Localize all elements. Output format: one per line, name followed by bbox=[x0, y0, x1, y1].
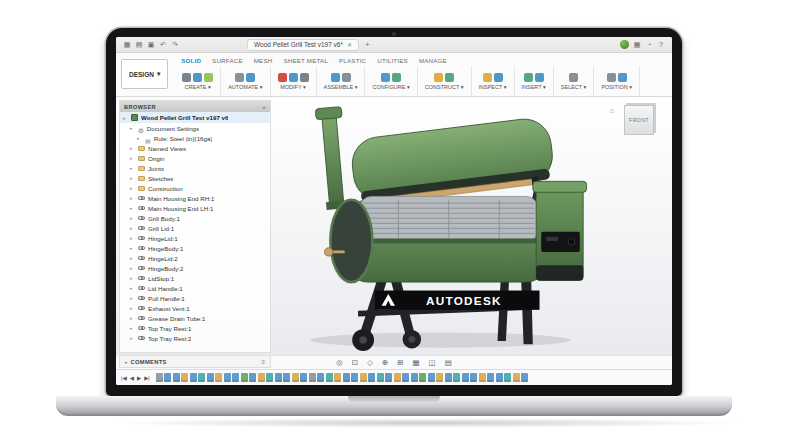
timeline-feature-marker[interactable] bbox=[283, 373, 290, 382]
expand-caret-icon[interactable]: ▸ bbox=[130, 295, 135, 301]
timeline-feature-marker[interactable] bbox=[504, 373, 511, 382]
comments-bar[interactable]: ▸ COMMENTS ≡ bbox=[119, 355, 271, 368]
ribbon-group[interactable]: CONFIGURE ▾ bbox=[365, 66, 417, 96]
automate-tool-icon[interactable] bbox=[235, 73, 244, 82]
expand-caret-icon[interactable]: ▸ bbox=[137, 135, 142, 141]
timeline-feature-marker[interactable] bbox=[496, 373, 503, 382]
expand-caret-icon[interactable]: ▸ bbox=[130, 155, 135, 161]
app-grid-icon[interactable]: ▦ bbox=[122, 40, 132, 50]
timeline-feature-marker[interactable] bbox=[258, 373, 265, 382]
timeline-feature-marker[interactable] bbox=[232, 373, 239, 382]
timeline-feature-marker[interactable] bbox=[377, 373, 384, 382]
browser-tree-item[interactable]: ▸ Pull Handle:1 bbox=[120, 293, 270, 303]
expand-caret-icon[interactable]: ▸ bbox=[130, 335, 135, 341]
orbit-icon[interactable]: ◎ bbox=[336, 356, 343, 370]
timeline-feature-marker[interactable] bbox=[224, 373, 231, 382]
viewport[interactable]: AUTODESK ⌂ FRONT BROWSER « bbox=[116, 97, 672, 369]
browser-tree-item[interactable]: ▸ Grill Body:1 bbox=[120, 213, 270, 223]
redo-icon[interactable]: ↷ bbox=[170, 40, 180, 50]
ribbon-group[interactable]: AUTOMATE ▾ bbox=[221, 66, 270, 96]
expand-caret-icon[interactable]: ▸ bbox=[130, 125, 135, 131]
timeline-feature-marker[interactable] bbox=[309, 373, 316, 382]
browser-tree-item[interactable]: ▸ Construction bbox=[120, 183, 270, 193]
ribbon-tab[interactable]: UTILITIES bbox=[377, 57, 408, 64]
expand-caret-icon[interactable]: ▸ bbox=[130, 275, 135, 281]
help-icon[interactable]: ? bbox=[656, 40, 666, 50]
timeline-feature-marker[interactable] bbox=[215, 373, 222, 382]
grill-lid[interactable] bbox=[349, 116, 556, 207]
create-tool-icon[interactable] bbox=[193, 73, 202, 82]
timeline-feature-marker[interactable] bbox=[249, 373, 256, 382]
step-back-button[interactable]: ◀ bbox=[130, 375, 134, 381]
assemble-tool-icon[interactable] bbox=[342, 73, 351, 82]
viewcube-face-label[interactable]: FRONT bbox=[629, 117, 649, 123]
configure-tool-icon[interactable] bbox=[381, 73, 390, 82]
pull-handle[interactable] bbox=[324, 248, 332, 256]
timeline-feature-marker[interactable] bbox=[326, 373, 333, 382]
expand-caret-icon[interactable]: ▸ bbox=[130, 265, 135, 271]
browser-tree-item[interactable]: ▸ HingeLid:1 bbox=[120, 233, 270, 243]
expand-caret-icon[interactable]: ▸ bbox=[130, 175, 135, 181]
expand-caret-icon[interactable]: ▸ bbox=[130, 285, 135, 291]
timeline-feature-marker[interactable] bbox=[402, 373, 409, 382]
timeline-feature-marker[interactable] bbox=[351, 373, 358, 382]
construct-tool-icon[interactable] bbox=[434, 73, 443, 82]
create-tool-icon[interactable] bbox=[182, 73, 191, 82]
timeline-feature-marker[interactable] bbox=[241, 373, 248, 382]
insert-tool-icon[interactable] bbox=[524, 73, 533, 82]
position-tool-icon[interactable] bbox=[618, 73, 627, 82]
browser-tree-item[interactable]: ▸ Main Housing End RH:1 bbox=[120, 193, 270, 203]
modify-tool-icon[interactable] bbox=[300, 73, 309, 82]
timeline-feature-marker[interactable] bbox=[190, 373, 197, 382]
timeline-feature-marker[interactable] bbox=[513, 373, 520, 382]
expand-caret-icon[interactable]: ▸ bbox=[130, 145, 135, 151]
timeline-feature-marker[interactable] bbox=[343, 373, 350, 382]
grill-3d-model[interactable]: AUTODESK bbox=[264, 99, 600, 351]
timeline-feature-marker[interactable] bbox=[394, 373, 401, 382]
automate-tool-icon[interactable] bbox=[246, 73, 255, 82]
timeline-feature-marker[interactable] bbox=[479, 373, 486, 382]
timeline-feature-marker[interactable] bbox=[292, 373, 299, 382]
viewports-icon[interactable]: ▤ bbox=[445, 356, 452, 370]
play-button[interactable]: ▶ bbox=[137, 375, 141, 381]
pan-icon[interactable]: ◇ bbox=[367, 356, 373, 370]
timeline-feature-marker[interactable] bbox=[521, 373, 528, 382]
ribbon-tab[interactable]: SOLID bbox=[181, 57, 201, 64]
timeline-feature-marker[interactable] bbox=[198, 373, 205, 382]
timeline-feature-marker[interactable] bbox=[156, 373, 163, 382]
browser-tree-item[interactable]: ▸ Origin bbox=[120, 153, 270, 163]
save-icon[interactable]: ▣ bbox=[146, 40, 156, 50]
zoom-icon[interactable]: ⊕ bbox=[382, 356, 388, 370]
look-at-icon[interactable]: ⊡ bbox=[352, 356, 358, 370]
browser-tree-item[interactable]: ▸ Top Tray Rest:1 bbox=[120, 323, 270, 333]
timeline-feature-marker[interactable] bbox=[368, 373, 375, 382]
browser-tree-item[interactable]: ▸ HingeLid:2 bbox=[120, 253, 270, 263]
inspect-tool-icon[interactable] bbox=[494, 73, 503, 82]
expand-caret-icon[interactable]: ▸ bbox=[130, 325, 135, 331]
construct-tool-icon[interactable] bbox=[445, 73, 454, 82]
position-tool-icon[interactable] bbox=[607, 73, 616, 82]
expand-caret-icon[interactable]: ▸ bbox=[123, 115, 128, 121]
browser-tree-item[interactable]: ▸ Main Housing End LH:1 bbox=[120, 203, 270, 213]
configure-tool-icon[interactable] bbox=[392, 73, 401, 82]
ribbon-group[interactable]: CONSTRUCT ▾ bbox=[418, 66, 472, 96]
timeline-feature-marker[interactable] bbox=[300, 373, 307, 382]
file-icon[interactable]: ▤ bbox=[134, 40, 144, 50]
expand-caret-icon[interactable]: ▸ bbox=[130, 215, 135, 221]
timeline-feature-marker[interactable] bbox=[266, 373, 273, 382]
viewcube[interactable]: ⌂ FRONT bbox=[616, 105, 662, 135]
expand-caret-icon[interactable]: ▸ bbox=[130, 255, 135, 261]
ribbon-tab[interactable]: SHEET METAL bbox=[283, 57, 328, 64]
expand-caret-icon[interactable]: ▸ bbox=[130, 235, 135, 241]
timeline-feature-marker[interactable] bbox=[419, 373, 426, 382]
browser-tree-item[interactable]: ▸ Named Views bbox=[120, 143, 270, 153]
browser-tree-item[interactable]: ▸ LidStop:1 bbox=[120, 273, 270, 283]
timeline-feature-marker[interactable] bbox=[275, 373, 282, 382]
new-tab-icon[interactable]: + bbox=[365, 40, 370, 49]
timeline-feature-marker[interactable] bbox=[436, 373, 443, 382]
fit-icon[interactable]: ⊞ bbox=[397, 356, 403, 370]
browser-tree-item[interactable]: ▸ Exhaust Vent:1 bbox=[120, 303, 270, 313]
ribbon-group[interactable]: ASSEMBLE ▾ bbox=[317, 66, 366, 96]
timeline-feature-marker[interactable] bbox=[385, 373, 392, 382]
expand-caret-icon[interactable]: ▸ bbox=[130, 185, 135, 191]
